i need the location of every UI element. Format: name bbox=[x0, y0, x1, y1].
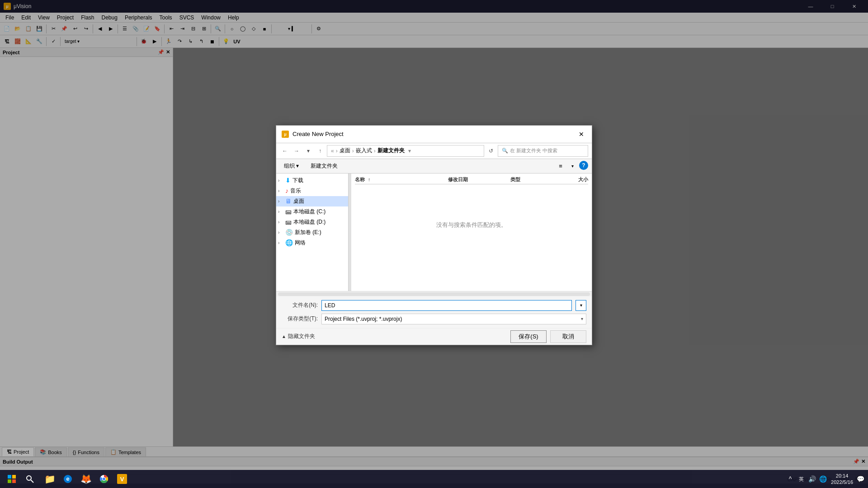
taskbar-edge[interactable]: e bbox=[60, 471, 76, 487]
start-icon bbox=[7, 474, 16, 483]
cancel-button[interactable]: 取消 bbox=[550, 330, 586, 343]
col-date[interactable]: 修改日期 bbox=[448, 176, 510, 183]
path-sep-3: › bbox=[374, 148, 376, 154]
edge-icon: e bbox=[63, 474, 73, 484]
path-part-desktop[interactable]: 桌面 bbox=[340, 147, 350, 155]
tray-network[interactable]: 🌐 bbox=[818, 474, 827, 483]
dialog-inputs: 文件名(N): ▾ 保存类型(T): Project Files (*.uvpr… bbox=[276, 296, 592, 328]
organize-button[interactable]: 组织 ▾ bbox=[280, 161, 303, 171]
search-icon bbox=[25, 474, 34, 483]
filetype-dropdown-arrow: ▾ bbox=[581, 316, 583, 321]
taskbar: 📁 e 🦊 V bbox=[0, 470, 868, 488]
tree-label-music: 音乐 bbox=[290, 187, 301, 195]
dialog-titlebar: μ Create New Project ✕ bbox=[276, 126, 592, 143]
nav-back-button[interactable]: ← bbox=[280, 146, 290, 156]
dialog-scrollbar[interactable] bbox=[276, 291, 592, 296]
filetype-dropdown[interactable]: Project Files (*.uvproj; *.uvprojx) ▾ bbox=[321, 314, 586, 324]
svg-line-5 bbox=[31, 480, 33, 483]
path-part-embedded[interactable]: 嵌入式 bbox=[356, 147, 372, 155]
tray-expand[interactable]: ^ bbox=[786, 474, 795, 483]
tree-item-music[interactable]: › ♪ 音乐 bbox=[276, 186, 348, 196]
new-folder-button[interactable]: 新建文件夹 bbox=[307, 161, 342, 171]
search-icon: 🔍 bbox=[502, 148, 508, 154]
dialog-help-button[interactable]: ? bbox=[579, 161, 588, 170]
nav-dropdown-button[interactable]: ▾ bbox=[303, 146, 313, 156]
taskbar-uvision[interactable]: V bbox=[114, 471, 130, 487]
tree-item-downloads[interactable]: › ⬇ 下载 bbox=[276, 175, 348, 186]
modal-overlay: μ Create New Project ✕ ← → ▾ ↑ « › 桌面 › … bbox=[0, 0, 868, 470]
expand-downloads[interactable]: › bbox=[278, 178, 283, 183]
view-mode-button[interactable]: ≡ bbox=[556, 161, 566, 171]
svg-point-10 bbox=[103, 478, 105, 480]
tree-label-network: 网络 bbox=[295, 239, 306, 247]
tree-label-drive-c: 本地磁盘 (C:) bbox=[293, 208, 326, 216]
expand-network[interactable]: › bbox=[278, 240, 283, 245]
dialog-close-button[interactable]: ✕ bbox=[576, 129, 586, 139]
dialog-toolbar: 组织 ▾ 新建文件夹 ≡ ▾ ? bbox=[276, 159, 592, 174]
tree-item-drive-d[interactable]: › 🖴 本地磁盘 (D:) bbox=[276, 217, 348, 227]
expand-drive-d[interactable]: › bbox=[278, 220, 283, 225]
scrollbar-track bbox=[278, 292, 590, 296]
tray-notification[interactable]: 💬 bbox=[857, 475, 864, 483]
path-sep-2: › bbox=[352, 148, 354, 154]
expand-desktop[interactable]: › bbox=[278, 199, 283, 204]
tray-volume[interactable]: 🔊 bbox=[807, 474, 816, 483]
taskbar-explorer[interactable]: 📁 bbox=[42, 471, 58, 487]
tree-label-downloads: 下载 bbox=[292, 177, 303, 184]
network-icon: 🌐 bbox=[285, 239, 293, 246]
expand-drive-e[interactable]: › bbox=[278, 230, 283, 235]
path-dropdown[interactable]: ▾ bbox=[408, 148, 411, 154]
expand-music[interactable]: › bbox=[278, 188, 283, 193]
hidden-folder-label: 隐藏文件夹 bbox=[288, 333, 315, 340]
filename-row: 文件名(N): ▾ bbox=[282, 300, 586, 311]
view-dropdown-button[interactable]: ▾ bbox=[567, 161, 577, 171]
desktop-icon: 🖥 bbox=[285, 197, 292, 205]
tree-item-drive-e[interactable]: › 💿 新加卷 (E:) bbox=[276, 227, 348, 238]
system-tray: ^ 英 🔊 🌐 bbox=[786, 474, 827, 483]
tray-lang[interactable]: 英 bbox=[797, 474, 806, 483]
hidden-folder-row: ▲ 隐藏文件夹 保存(S) 取消 bbox=[276, 328, 592, 345]
taskbar-chrome[interactable] bbox=[96, 471, 112, 487]
file-list-header: 名称 ↑ 修改日期 类型 大小 bbox=[355, 175, 588, 184]
filename-dropdown-button[interactable]: ▾ bbox=[576, 300, 586, 311]
create-project-dialog: μ Create New Project ✕ ← → ▾ ↑ « › 桌面 › … bbox=[276, 125, 592, 345]
nav-search-box[interactable]: 🔍 在 新建文件夹 中搜索 bbox=[498, 145, 588, 157]
col-name[interactable]: 名称 ↑ bbox=[355, 176, 448, 183]
save-button[interactable]: 保存(S) bbox=[510, 330, 547, 343]
path-sep-1: › bbox=[336, 148, 338, 154]
svg-rect-1 bbox=[12, 475, 16, 479]
start-button[interactable] bbox=[4, 471, 20, 487]
downloads-icon: ⬇ bbox=[285, 177, 291, 184]
filename-input[interactable] bbox=[321, 300, 572, 311]
tree-item-drive-c[interactable]: › 🖴 本地磁盘 (C:) bbox=[276, 206, 348, 217]
svg-point-4 bbox=[27, 476, 31, 480]
filetype-value: Project Files (*.uvproj; *.uvprojx) bbox=[325, 316, 402, 322]
search-placeholder: 在 新建文件夹 中搜索 bbox=[510, 147, 557, 154]
taskbar-right: ^ 英 🔊 🌐 20:14 2022/5/16 💬 bbox=[786, 473, 864, 486]
svg-rect-3 bbox=[12, 479, 16, 483]
tree-label-drive-d: 本地磁盘 (D:) bbox=[293, 218, 326, 226]
dialog-body: › ⬇ 下载 › ♪ 音乐 › 🖥 桌面 › bbox=[276, 174, 592, 291]
clock-time: 20:14 bbox=[831, 473, 853, 479]
path-part-newfolder[interactable]: 新建文件夹 bbox=[377, 147, 405, 155]
dialog-title-text: Create New Project bbox=[292, 131, 573, 137]
tree-label-desktop: 桌面 bbox=[293, 197, 304, 205]
uvision-icon: V bbox=[117, 474, 127, 484]
taskbar-clock[interactable]: 20:14 2022/5/16 bbox=[831, 473, 853, 486]
expand-drive-c[interactable]: › bbox=[278, 209, 283, 214]
col-type[interactable]: 类型 bbox=[510, 176, 557, 183]
nav-forward-button[interactable]: → bbox=[292, 146, 302, 156]
taskbar-firefox[interactable]: 🦊 bbox=[78, 471, 94, 487]
nav-up-button[interactable]: ↑ bbox=[315, 146, 325, 156]
file-list: 名称 ↑ 修改日期 类型 大小 没有与搜索条件匹配的项。 bbox=[351, 174, 592, 291]
tree-item-network[interactable]: › 🌐 网络 bbox=[276, 238, 348, 248]
tree-label-drive-e: 新加卷 (E:) bbox=[295, 229, 321, 236]
filetype-row: 保存类型(T): Project Files (*.uvproj; *.uvpr… bbox=[282, 314, 586, 324]
nav-refresh-button[interactable]: ↺ bbox=[486, 146, 496, 156]
sort-arrow: ↑ bbox=[368, 177, 371, 182]
navigation-path[interactable]: « › 桌面 › 嵌入式 › 新建文件夹 ▾ bbox=[327, 145, 484, 157]
tree-item-desktop[interactable]: › 🖥 桌面 bbox=[276, 196, 348, 206]
hidden-folder-expand[interactable]: ▲ bbox=[282, 334, 286, 339]
col-size[interactable]: 大小 bbox=[557, 176, 588, 183]
taskbar-search-button[interactable] bbox=[22, 471, 38, 487]
